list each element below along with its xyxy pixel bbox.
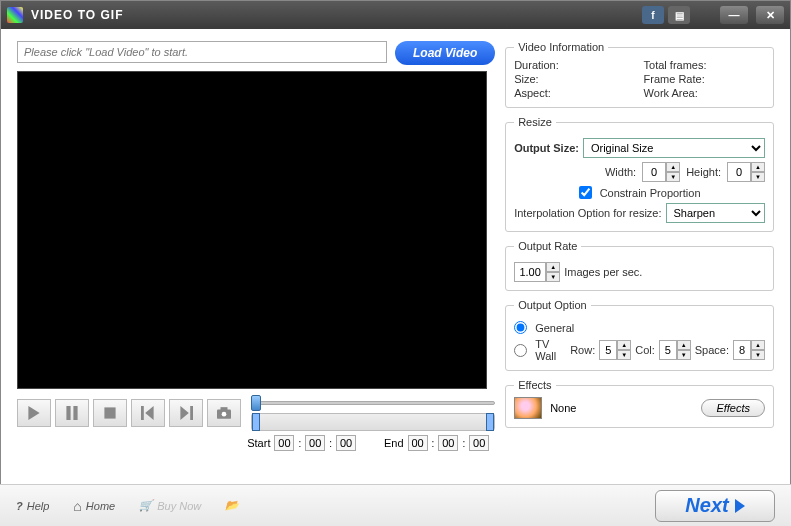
folder-icon	[225, 499, 239, 512]
cart-icon	[139, 499, 153, 512]
resize-legend: Resize	[514, 116, 556, 128]
output-option-legend: Output Option	[514, 299, 591, 311]
work-area-label: Work Area:	[644, 87, 765, 99]
close-button[interactable]: ✕	[756, 6, 784, 24]
document-icon[interactable]: ▤	[668, 6, 690, 24]
help-link[interactable]: Help	[16, 500, 49, 512]
home-link[interactable]: Home	[73, 498, 115, 514]
app-title: VIDEO TO GIF	[31, 8, 642, 22]
playhead-slider[interactable]	[251, 395, 495, 411]
next-frame-button[interactable]	[169, 399, 203, 427]
video-preview	[17, 71, 487, 389]
start-label: Start	[247, 437, 270, 449]
svg-rect-3	[141, 406, 144, 420]
buy-now-link[interactable]: Buy Now	[139, 499, 201, 512]
resize-group: Resize Output Size: Original Size Width:…	[505, 116, 774, 232]
tvwall-radio[interactable]	[514, 344, 527, 357]
titlebar: VIDEO TO GIF f ▤ — ✕	[1, 1, 790, 29]
total-frames-label: Total frames:	[644, 59, 765, 71]
effects-button[interactable]: Effects	[701, 399, 765, 417]
row-stepper[interactable]: ▲▼	[599, 340, 631, 360]
col-label: Col:	[635, 344, 655, 356]
svg-rect-1	[73, 406, 77, 420]
output-option-group: Output Option General TV Wall Row: ▲▼ Co…	[505, 299, 774, 371]
interpolation-select[interactable]: Sharpen	[666, 203, 765, 223]
facebook-icon[interactable]: f	[642, 6, 664, 24]
output-rate-group: Output Rate ▲▼ Images per sec.	[505, 240, 774, 291]
aspect-label: Aspect:	[514, 87, 635, 99]
space-stepper[interactable]: ▲▼	[733, 340, 765, 360]
constrain-label: Constrain Proportion	[600, 187, 701, 199]
svg-point-7	[222, 412, 227, 417]
height-label: Height:	[686, 166, 721, 178]
end-seconds[interactable]: 00	[469, 435, 489, 451]
snapshot-button[interactable]	[207, 399, 241, 427]
next-arrow-icon	[735, 499, 745, 513]
space-label: Space:	[695, 344, 729, 356]
output-size-select[interactable]: Original Size	[583, 138, 765, 158]
effect-thumbnail	[514, 397, 542, 419]
end-minutes[interactable]: 00	[438, 435, 458, 451]
video-info-legend: Video Information	[514, 41, 608, 53]
effects-legend: Effects	[514, 379, 555, 391]
load-video-button[interactable]: Load Video	[395, 41, 495, 65]
prev-frame-button[interactable]	[131, 399, 165, 427]
video-path-input[interactable]	[17, 41, 387, 63]
start-minutes[interactable]: 00	[305, 435, 325, 451]
output-rate-legend: Output Rate	[514, 240, 581, 252]
bottom-bar: Help Home Buy Now Next	[0, 484, 791, 526]
frame-rate-label: Frame Rate:	[644, 73, 765, 85]
col-stepper[interactable]: ▲▼	[659, 340, 691, 360]
output-size-label: Output Size:	[514, 142, 579, 154]
start-seconds[interactable]: 00	[336, 435, 356, 451]
help-icon	[16, 500, 23, 512]
svg-rect-6	[221, 407, 228, 411]
play-button[interactable]	[17, 399, 51, 427]
pause-button[interactable]	[55, 399, 89, 427]
start-hours[interactable]: 00	[274, 435, 294, 451]
end-label: End	[384, 437, 404, 449]
general-label: General	[535, 322, 574, 334]
output-rate-unit: Images per sec.	[564, 266, 642, 278]
app-icon	[7, 7, 23, 23]
next-button[interactable]: Next	[655, 490, 775, 522]
effect-current: None	[550, 402, 693, 414]
output-rate-stepper[interactable]: ▲▼	[514, 262, 560, 282]
range-slider[interactable]	[251, 413, 495, 431]
width-label: Width:	[605, 166, 636, 178]
svg-rect-2	[104, 407, 115, 418]
general-radio[interactable]	[514, 321, 527, 334]
end-hours[interactable]: 00	[408, 435, 428, 451]
video-information-group: Video Information Duration: Total frames…	[505, 41, 774, 108]
svg-rect-4	[190, 406, 193, 420]
home-icon	[73, 498, 81, 514]
stop-button[interactable]	[93, 399, 127, 427]
row-label: Row:	[570, 344, 595, 356]
duration-label: Duration:	[514, 59, 635, 71]
minimize-button[interactable]: —	[720, 6, 748, 24]
interpolation-label: Interpolation Option for resize:	[514, 207, 661, 219]
width-stepper[interactable]: ▲▼	[642, 162, 680, 182]
effects-group: Effects None Effects	[505, 379, 774, 428]
open-folder-link[interactable]	[225, 499, 239, 512]
tvwall-label: TV Wall	[535, 338, 558, 362]
height-stepper[interactable]: ▲▼	[727, 162, 765, 182]
constrain-proportion-checkbox[interactable]	[579, 186, 592, 199]
size-label: Size:	[514, 73, 635, 85]
svg-rect-0	[66, 406, 70, 420]
